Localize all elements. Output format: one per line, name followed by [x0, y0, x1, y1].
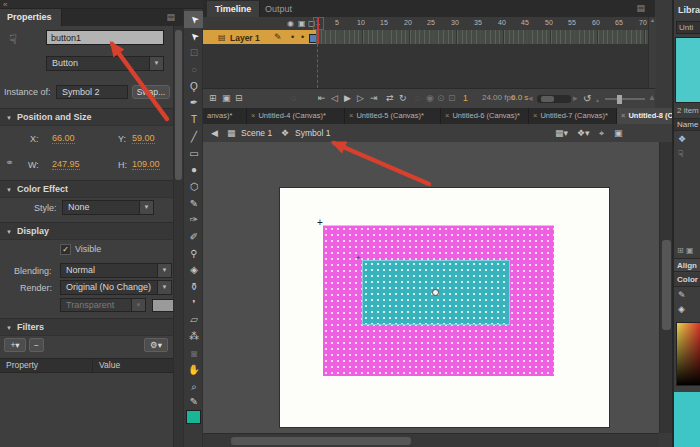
pencil-tool[interactable]: ✎	[184, 195, 204, 212]
render-dropdown[interactable]: Original (No Change) ▼	[60, 280, 172, 295]
stroke-color-swatch[interactable]	[186, 410, 201, 424]
layer-visibility-dot[interactable]: •	[291, 32, 294, 42]
bone-tool[interactable]: ⚲	[184, 245, 204, 262]
timeline-h-scrollbar[interactable]	[537, 95, 571, 103]
instance-name-input[interactable]	[46, 30, 164, 45]
close-icon[interactable]: ×	[533, 111, 537, 120]
reset-timeline-zoom-icon[interactable]: ↺	[583, 93, 591, 104]
edit-symbols-icon[interactable]: ❖▾	[577, 128, 590, 138]
zoom-in-frames-icon[interactable]: ▲	[648, 93, 656, 102]
layer-lock-dot[interactable]: •	[301, 32, 304, 42]
close-icon[interactable]: ×	[349, 111, 353, 120]
delete-layer-icon[interactable]: ⊟	[235, 93, 243, 103]
color-fill-icon[interactable]: ◈	[678, 304, 700, 314]
section-filters[interactable]: ▼Filters	[0, 318, 183, 336]
polystar-tool[interactable]: ⬡	[184, 178, 204, 195]
tab-output[interactable]: Output	[265, 4, 292, 14]
timeline-ruler[interactable]: ◉ ▣ ▢ 1 5 10 15 20 25 30 35 40 45 50 55 …	[203, 17, 655, 31]
eyedropper-tool[interactable]: ❜	[184, 295, 204, 312]
center-stage-icon[interactable]: ⌖	[599, 128, 604, 139]
library-name-column-header[interactable]: Name	[674, 118, 700, 131]
line-tool[interactable]: ╱	[184, 128, 204, 145]
remove-filter-button[interactable]: −	[29, 338, 44, 352]
playhead-line[interactable]	[317, 17, 319, 44]
step-forward-button[interactable]: ▷	[357, 93, 364, 103]
elapsed-time-indicator[interactable]: 0.0 s	[511, 93, 528, 102]
dock-collapse-bar[interactable]: «	[0, 0, 203, 9]
paint-bucket-tool[interactable]: ◈	[184, 261, 204, 278]
play-button[interactable]: ▶	[344, 93, 351, 103]
timeline-scroll-left-icon[interactable]: ◂	[528, 93, 533, 103]
swap-button[interactable]: Swap...	[132, 85, 170, 99]
close-icon[interactable]: ×	[445, 111, 449, 120]
link-dimensions-icon[interactable]: ⚭	[5, 157, 13, 168]
modify-markers-icon[interactable]: ⊡	[448, 93, 456, 103]
w-value[interactable]: 247.95	[52, 159, 80, 170]
tab-timeline[interactable]: Timeline	[207, 1, 260, 17]
frame-size-slider-thumb[interactable]	[617, 95, 622, 104]
style-dropdown[interactable]: None ▼	[62, 200, 154, 215]
registration-point[interactable]	[432, 289, 439, 296]
library-item-symbol-icon[interactable]: ❖	[678, 134, 700, 144]
hand-tool[interactable]: ✋	[184, 361, 204, 378]
edit-multiple-frames-icon[interactable]: ⊙	[437, 93, 445, 103]
clip-content-icon[interactable]: ▣	[614, 128, 623, 138]
onion-skin-icon[interactable]: ◌	[415, 93, 420, 103]
color-spectrum-picker[interactable]	[676, 322, 700, 386]
section-display[interactable]: ▼Display	[0, 222, 183, 240]
oval-tool[interactable]: ●	[184, 161, 204, 178]
ink-bottle-tool[interactable]: ⚱	[184, 278, 204, 295]
deco-tool[interactable]: ⁂	[184, 328, 204, 345]
library-footer-icons[interactable]: ⊞ ▣	[677, 246, 700, 255]
canvas-vertical-scrollbar[interactable]	[659, 142, 673, 433]
timeline-h-scrollbar-thumb[interactable]	[541, 96, 554, 102]
back-arrow-icon[interactable]: ◀	[211, 128, 218, 138]
tab-properties[interactable]: Properties	[0, 9, 62, 26]
filter-options-gear-icon[interactable]: ⚙▾	[144, 338, 168, 352]
text-tool[interactable]: T	[184, 111, 204, 128]
canvas-vertical-scrollbar-thumb[interactable]	[662, 240, 671, 330]
edit-scene-icon[interactable]: ▦▾	[555, 128, 568, 138]
lasso-tool[interactable]: Ϙ	[184, 78, 204, 95]
y-value[interactable]: 59.00	[132, 133, 155, 144]
lock-icon[interactable]: ▣	[298, 19, 306, 28]
layer-row[interactable]: ▤ Layer 1 ✎ • •	[203, 30, 316, 44]
timeline-frame-grid[interactable]	[316, 30, 648, 44]
new-folder-icon[interactable]: ▣	[222, 93, 231, 103]
paint-brush-tool[interactable]: ✐	[184, 228, 204, 245]
frame-size-slider[interactable]	[605, 98, 645, 100]
library-document-dropdown[interactable]: Unti	[676, 21, 700, 34]
add-filter-button[interactable]: +▾	[4, 338, 26, 352]
frame-rate-indicator[interactable]: 24.00 fps	[482, 93, 515, 102]
selection-tool[interactable]: ➤	[184, 11, 204, 28]
breadcrumb-scene[interactable]: Scene 1	[241, 128, 272, 138]
x-value[interactable]: 66.00	[52, 133, 75, 144]
section-color-effect[interactable]: ▼Color Effect	[0, 180, 183, 198]
close-icon[interactable]: ×	[251, 111, 255, 120]
timeline-panel-menu-icon[interactable]: ▤	[636, 3, 645, 13]
color-stroke-icon[interactable]: ✎	[678, 290, 700, 300]
breadcrumb-symbol[interactable]: Symbol 1	[295, 128, 330, 138]
canvas-horizontal-scrollbar[interactable]	[203, 433, 659, 447]
brush-tool[interactable]: ✑	[184, 211, 204, 228]
new-layer-icon[interactable]: ⊞	[209, 93, 217, 103]
canvas-workspace[interactable]: + +	[203, 142, 672, 433]
library-panel-title[interactable]: Library	[678, 5, 700, 15]
eraser-tool[interactable]: ▱	[184, 311, 204, 328]
timeline-scroll-right-icon[interactable]: ▸	[573, 93, 578, 103]
h-value[interactable]: 109.00	[132, 159, 160, 170]
instance-of-field[interactable]: Symbol 2	[56, 85, 128, 99]
eye-icon[interactable]: ◉	[287, 19, 294, 28]
properties-scrollbar-thumb[interactable]	[175, 30, 182, 180]
document-tab[interactable]: ×Untitled-7 (Canvas)*	[529, 108, 617, 124]
swap-frames-icon[interactable]: ⇄	[386, 93, 394, 103]
visible-checkbox[interactable]: ✓	[60, 244, 71, 255]
properties-scrollbar[interactable]	[173, 26, 183, 447]
document-tab[interactable]: ×Untitled-6 (Canvas)*	[441, 108, 529, 124]
symbol-type-dropdown[interactable]: Button ▼	[46, 56, 164, 71]
close-icon[interactable]: ×	[621, 111, 625, 120]
rectangle-tool[interactable]: ▭	[184, 145, 204, 162]
layer-name[interactable]: Layer 1	[230, 33, 260, 43]
go-to-first-frame-button[interactable]: ⇤	[318, 93, 326, 103]
library-item-button-icon[interactable]: ☟	[678, 149, 700, 159]
